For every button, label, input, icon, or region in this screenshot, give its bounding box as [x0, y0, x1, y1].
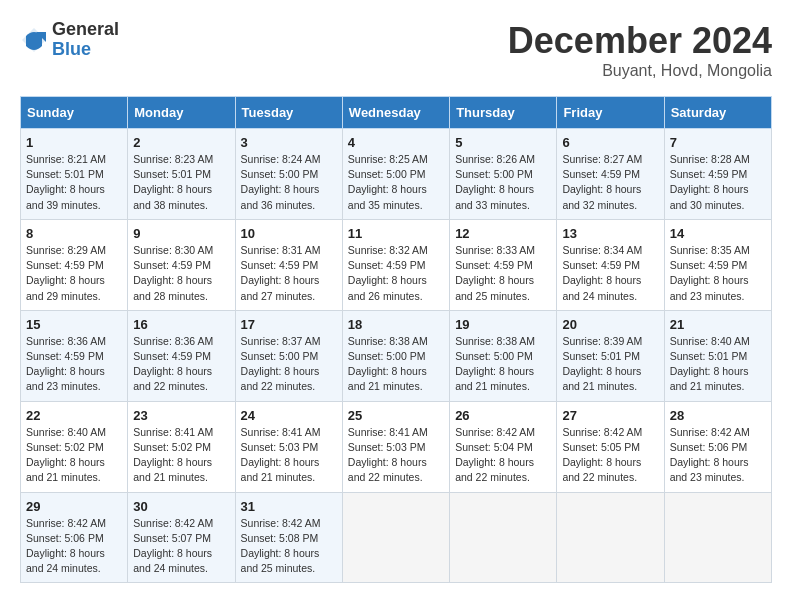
day-number: 22	[26, 408, 122, 423]
logo: General Blue	[20, 20, 119, 60]
daylight-text: Daylight: 8 hours and 28 minutes.	[133, 274, 212, 301]
cell-content: Sunrise: 8:21 AMSunset: 5:01 PMDaylight:…	[26, 152, 122, 213]
day-number: 18	[348, 317, 444, 332]
sunrise-text: Sunrise: 8:40 AM	[26, 426, 106, 438]
sunset-text: Sunset: 5:03 PM	[348, 441, 426, 453]
calendar-cell: 28Sunrise: 8:42 AMSunset: 5:06 PMDayligh…	[664, 401, 771, 492]
calendar-cell: 13Sunrise: 8:34 AMSunset: 4:59 PMDayligh…	[557, 219, 664, 310]
sunrise-text: Sunrise: 8:25 AM	[348, 153, 428, 165]
daylight-text: Daylight: 8 hours and 22 minutes.	[241, 365, 320, 392]
calendar-cell: 18Sunrise: 8:38 AMSunset: 5:00 PMDayligh…	[342, 310, 449, 401]
calendar-cell: 14Sunrise: 8:35 AMSunset: 4:59 PMDayligh…	[664, 219, 771, 310]
cell-content: Sunrise: 8:40 AMSunset: 5:01 PMDaylight:…	[670, 334, 766, 395]
sunset-text: Sunset: 4:59 PM	[26, 259, 104, 271]
day-number: 23	[133, 408, 229, 423]
sunset-text: Sunset: 4:59 PM	[562, 168, 640, 180]
sunrise-text: Sunrise: 8:32 AM	[348, 244, 428, 256]
cell-content: Sunrise: 8:42 AMSunset: 5:08 PMDaylight:…	[241, 516, 337, 577]
day-number: 16	[133, 317, 229, 332]
cell-content: Sunrise: 8:42 AMSunset: 5:06 PMDaylight:…	[670, 425, 766, 486]
calendar-cell: 23Sunrise: 8:41 AMSunset: 5:02 PMDayligh…	[128, 401, 235, 492]
sunrise-text: Sunrise: 8:27 AM	[562, 153, 642, 165]
header-cell-monday: Monday	[128, 97, 235, 129]
sunset-text: Sunset: 5:00 PM	[455, 168, 533, 180]
calendar-cell: 24Sunrise: 8:41 AMSunset: 5:03 PMDayligh…	[235, 401, 342, 492]
sunset-text: Sunset: 5:03 PM	[241, 441, 319, 453]
day-number: 26	[455, 408, 551, 423]
logo-blue-text: Blue	[52, 40, 119, 60]
daylight-text: Daylight: 8 hours and 39 minutes.	[26, 183, 105, 210]
sunset-text: Sunset: 4:59 PM	[133, 350, 211, 362]
sunset-text: Sunset: 5:06 PM	[26, 532, 104, 544]
daylight-text: Daylight: 8 hours and 22 minutes.	[455, 456, 534, 483]
daylight-text: Daylight: 8 hours and 21 minutes.	[670, 365, 749, 392]
cell-content: Sunrise: 8:32 AMSunset: 4:59 PMDaylight:…	[348, 243, 444, 304]
calendar-cell: 6Sunrise: 8:27 AMSunset: 4:59 PMDaylight…	[557, 129, 664, 220]
sunrise-text: Sunrise: 8:42 AM	[241, 517, 321, 529]
calendar-cell	[557, 492, 664, 583]
calendar-cell: 1Sunrise: 8:21 AMSunset: 5:01 PMDaylight…	[21, 129, 128, 220]
cell-content: Sunrise: 8:42 AMSunset: 5:06 PMDaylight:…	[26, 516, 122, 577]
sunrise-text: Sunrise: 8:39 AM	[562, 335, 642, 347]
sunrise-text: Sunrise: 8:31 AM	[241, 244, 321, 256]
cell-content: Sunrise: 8:36 AMSunset: 4:59 PMDaylight:…	[133, 334, 229, 395]
sunset-text: Sunset: 5:00 PM	[348, 168, 426, 180]
calendar-cell	[664, 492, 771, 583]
daylight-text: Daylight: 8 hours and 23 minutes.	[670, 274, 749, 301]
calendar-cell: 11Sunrise: 8:32 AMSunset: 4:59 PMDayligh…	[342, 219, 449, 310]
logo-icon	[20, 26, 48, 54]
cell-content: Sunrise: 8:36 AMSunset: 4:59 PMDaylight:…	[26, 334, 122, 395]
sunrise-text: Sunrise: 8:36 AM	[26, 335, 106, 347]
header-row: SundayMondayTuesdayWednesdayThursdayFrid…	[21, 97, 772, 129]
calendar-cell: 3Sunrise: 8:24 AMSunset: 5:00 PMDaylight…	[235, 129, 342, 220]
cell-content: Sunrise: 8:28 AMSunset: 4:59 PMDaylight:…	[670, 152, 766, 213]
header-cell-wednesday: Wednesday	[342, 97, 449, 129]
cell-content: Sunrise: 8:37 AMSunset: 5:00 PMDaylight:…	[241, 334, 337, 395]
day-number: 14	[670, 226, 766, 241]
daylight-text: Daylight: 8 hours and 30 minutes.	[670, 183, 749, 210]
cell-content: Sunrise: 8:42 AMSunset: 5:04 PMDaylight:…	[455, 425, 551, 486]
daylight-text: Daylight: 8 hours and 24 minutes.	[562, 274, 641, 301]
calendar-cell: 19Sunrise: 8:38 AMSunset: 5:00 PMDayligh…	[450, 310, 557, 401]
sunset-text: Sunset: 4:59 PM	[133, 259, 211, 271]
day-number: 21	[670, 317, 766, 332]
cell-content: Sunrise: 8:25 AMSunset: 5:00 PMDaylight:…	[348, 152, 444, 213]
sunset-text: Sunset: 5:00 PM	[241, 350, 319, 362]
sunrise-text: Sunrise: 8:23 AM	[133, 153, 213, 165]
cell-content: Sunrise: 8:27 AMSunset: 4:59 PMDaylight:…	[562, 152, 658, 213]
calendar-cell: 20Sunrise: 8:39 AMSunset: 5:01 PMDayligh…	[557, 310, 664, 401]
day-number: 10	[241, 226, 337, 241]
daylight-text: Daylight: 8 hours and 23 minutes.	[670, 456, 749, 483]
day-number: 11	[348, 226, 444, 241]
daylight-text: Daylight: 8 hours and 24 minutes.	[26, 547, 105, 574]
sunrise-text: Sunrise: 8:42 AM	[26, 517, 106, 529]
day-number: 1	[26, 135, 122, 150]
sunset-text: Sunset: 5:00 PM	[241, 168, 319, 180]
sunset-text: Sunset: 4:59 PM	[562, 259, 640, 271]
logo-text: General Blue	[52, 20, 119, 60]
sunrise-text: Sunrise: 8:42 AM	[133, 517, 213, 529]
calendar-cell: 9Sunrise: 8:30 AMSunset: 4:59 PMDaylight…	[128, 219, 235, 310]
day-number: 20	[562, 317, 658, 332]
day-number: 15	[26, 317, 122, 332]
calendar-cell: 16Sunrise: 8:36 AMSunset: 4:59 PMDayligh…	[128, 310, 235, 401]
calendar-table: SundayMondayTuesdayWednesdayThursdayFrid…	[20, 96, 772, 583]
calendar-cell: 30Sunrise: 8:42 AMSunset: 5:07 PMDayligh…	[128, 492, 235, 583]
day-number: 12	[455, 226, 551, 241]
sunset-text: Sunset: 5:00 PM	[348, 350, 426, 362]
calendar-cell: 31Sunrise: 8:42 AMSunset: 5:08 PMDayligh…	[235, 492, 342, 583]
daylight-text: Daylight: 8 hours and 21 minutes.	[26, 456, 105, 483]
sunrise-text: Sunrise: 8:42 AM	[562, 426, 642, 438]
day-number: 3	[241, 135, 337, 150]
sunrise-text: Sunrise: 8:30 AM	[133, 244, 213, 256]
header-cell-sunday: Sunday	[21, 97, 128, 129]
calendar-cell: 27Sunrise: 8:42 AMSunset: 5:05 PMDayligh…	[557, 401, 664, 492]
daylight-text: Daylight: 8 hours and 25 minutes.	[455, 274, 534, 301]
sunrise-text: Sunrise: 8:34 AM	[562, 244, 642, 256]
cell-content: Sunrise: 8:41 AMSunset: 5:03 PMDaylight:…	[241, 425, 337, 486]
day-number: 17	[241, 317, 337, 332]
cell-content: Sunrise: 8:42 AMSunset: 5:05 PMDaylight:…	[562, 425, 658, 486]
daylight-text: Daylight: 8 hours and 26 minutes.	[348, 274, 427, 301]
sunrise-text: Sunrise: 8:42 AM	[455, 426, 535, 438]
day-number: 31	[241, 499, 337, 514]
